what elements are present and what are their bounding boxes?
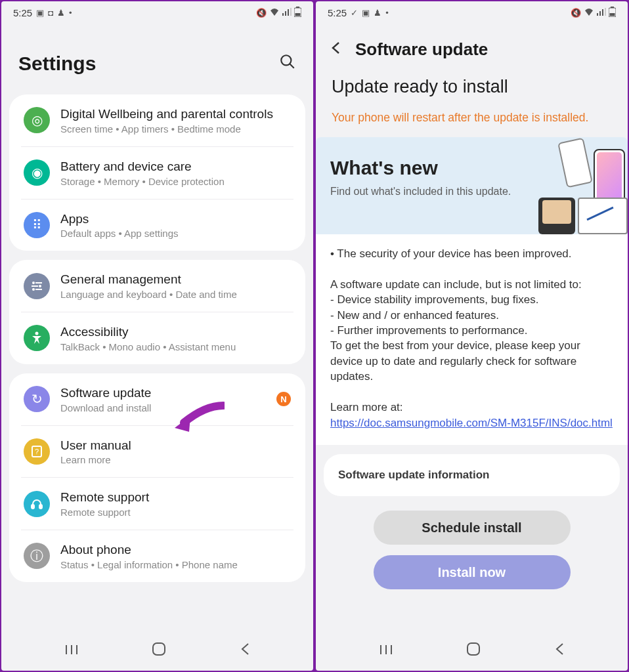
- settings-item-accessibility[interactable]: Accessibility TalkBack • Mono audio • As…: [21, 312, 293, 364]
- svg-rect-12: [32, 285, 38, 287]
- item-subtitle: Status • Legal information • Phone name: [60, 559, 291, 570]
- software-update-header: Software update: [316, 21, 628, 72]
- note-li: - New and / or enhanced features.: [330, 308, 613, 323]
- general-icon: [24, 273, 50, 299]
- item-subtitle: TalkBack • Mono audio • Assistant menu: [60, 341, 291, 352]
- software-update-icon: ↻: [24, 386, 50, 412]
- item-title: Apps: [60, 211, 291, 227]
- release-notes: • The security of your device has been i…: [316, 234, 628, 445]
- search-icon[interactable]: [279, 53, 296, 74]
- note-li: - Further improvements to performance.: [330, 323, 613, 338]
- status-bar: 5:25 ✓ ▣ ♟ • 🔇: [316, 1, 628, 21]
- user-manual-icon: ?: [24, 438, 50, 465]
- more-icon: •: [69, 8, 72, 18]
- nav-home-icon[interactable]: [152, 642, 166, 660]
- svg-rect-24: [597, 13, 598, 16]
- item-subtitle: Remote support: [60, 507, 291, 518]
- nav-bar: [316, 635, 628, 671]
- svg-rect-26: [602, 9, 603, 16]
- schedule-install-button[interactable]: Schedule install: [374, 511, 571, 545]
- page-title: Settings: [18, 52, 96, 75]
- signal-icon: [282, 8, 292, 18]
- svg-rect-34: [467, 643, 479, 655]
- battery-icon: [294, 7, 301, 19]
- item-title: User manual: [60, 438, 291, 453]
- settings-group-1: ◎ Digital Wellbeing and parental control…: [9, 94, 305, 251]
- check-icon: ✓: [351, 8, 358, 18]
- svg-rect-3: [290, 8, 292, 16]
- app-icon: ♟: [374, 8, 381, 18]
- item-subtitle: Download and install: [60, 402, 266, 413]
- svg-rect-23: [153, 643, 165, 655]
- nav-back-icon[interactable]: [240, 642, 250, 660]
- svg-rect-1: [285, 11, 286, 16]
- settings-item-user-manual[interactable]: ? User manual Learn more: [21, 426, 293, 478]
- svg-rect-27: [605, 8, 606, 16]
- settings-group-2: General management Language and keyboard…: [9, 260, 305, 364]
- note-li: - Device stability improvements, bug fix…: [330, 292, 613, 307]
- settings-item-software-update[interactable]: ↻ Software update Download and install N: [21, 373, 293, 426]
- status-time: 5:25: [328, 7, 347, 18]
- whats-new-banner[interactable]: What's new Find out what's included in t…: [316, 137, 628, 234]
- svg-text:?: ?: [35, 448, 39, 455]
- update-ready-title: Update ready to install: [326, 72, 617, 110]
- item-title: General management: [60, 272, 291, 287]
- more-icon: •: [385, 8, 389, 18]
- settings-item-battery[interactable]: ◉ Battery and device care Storage • Memo…: [21, 147, 293, 200]
- wifi-icon: [584, 8, 594, 18]
- stop-icon: ◘: [48, 8, 53, 18]
- item-title: Remote support: [60, 490, 291, 505]
- info-label: Software update information: [338, 469, 489, 481]
- new-badge: N: [276, 392, 291, 406]
- header-title: Software update: [355, 39, 488, 60]
- svg-line-8: [290, 64, 294, 68]
- svg-point-9: [32, 282, 35, 284]
- wellbeing-icon: ◎: [24, 107, 50, 133]
- settings-item-apps[interactable]: ⠿ Apps Default apps • App settings: [21, 200, 293, 251]
- learn-more-link[interactable]: https://doc.samsungmobile.com/SM-M315F/I…: [330, 417, 613, 429]
- settings-group-3: ↻ Software update Download and install N…: [9, 373, 305, 582]
- svg-rect-30: [610, 13, 615, 16]
- svg-point-11: [39, 285, 41, 287]
- item-subtitle: Storage • Memory • Device protection: [60, 176, 291, 187]
- item-subtitle: Learn more: [60, 454, 291, 465]
- note-intro: A software update can include, but is no…: [330, 277, 613, 292]
- svg-point-7: [281, 55, 291, 65]
- item-title: Accessibility: [60, 324, 291, 340]
- phone-software-update: 5:25 ✓ ▣ ♟ • 🔇 Software update Update re…: [316, 1, 628, 671]
- svg-rect-2: [288, 9, 289, 16]
- restart-warning: Your phone will restart after the update…: [326, 110, 617, 137]
- svg-rect-14: [35, 289, 42, 290]
- nav-bar: [1, 635, 313, 671]
- item-title: About phone: [60, 542, 291, 558]
- apps-icon: ⠿: [24, 212, 50, 238]
- app-icon: ♟: [57, 8, 65, 18]
- nav-back-icon[interactable]: [554, 642, 565, 660]
- item-subtitle: Screen time • App timers • Bedtime mode: [60, 123, 291, 135]
- svg-point-15: [35, 332, 39, 335]
- mute-icon: 🔇: [256, 8, 267, 18]
- image-icon: ▣: [362, 8, 370, 18]
- nav-home-icon[interactable]: [466, 642, 481, 660]
- settings-item-remote-support[interactable]: Remote support Remote support: [21, 478, 293, 530]
- nav-recent-icon[interactable]: [64, 642, 79, 660]
- accessibility-icon: [24, 325, 50, 351]
- settings-item-wellbeing[interactable]: ◎ Digital Wellbeing and parental control…: [21, 94, 293, 147]
- note-tail: To get the best from your device, please…: [330, 338, 613, 384]
- item-title: Battery and device care: [60, 159, 291, 175]
- install-now-button[interactable]: Install now: [374, 555, 571, 589]
- svg-rect-0: [282, 13, 284, 16]
- svg-rect-25: [599, 11, 601, 16]
- software-update-info[interactable]: Software update information: [324, 454, 620, 496]
- back-icon[interactable]: [330, 41, 341, 59]
- settings-item-general[interactable]: General management Language and keyboard…: [21, 260, 293, 312]
- battery-care-icon: ◉: [24, 159, 50, 186]
- nav-recent-icon[interactable]: [379, 642, 393, 660]
- phone-settings: 5:25 ▣ ◘ ♟ • 🔇 Settings ◎: [1, 1, 313, 671]
- wifi-icon: [269, 8, 280, 18]
- image-icon: ▣: [36, 8, 44, 18]
- note-learn: Learn more at:: [330, 400, 613, 415]
- svg-rect-10: [35, 282, 42, 284]
- settings-item-about-phone[interactable]: ⓘ About phone Status • Legal information…: [21, 530, 293, 582]
- status-time: 5:25: [13, 7, 32, 18]
